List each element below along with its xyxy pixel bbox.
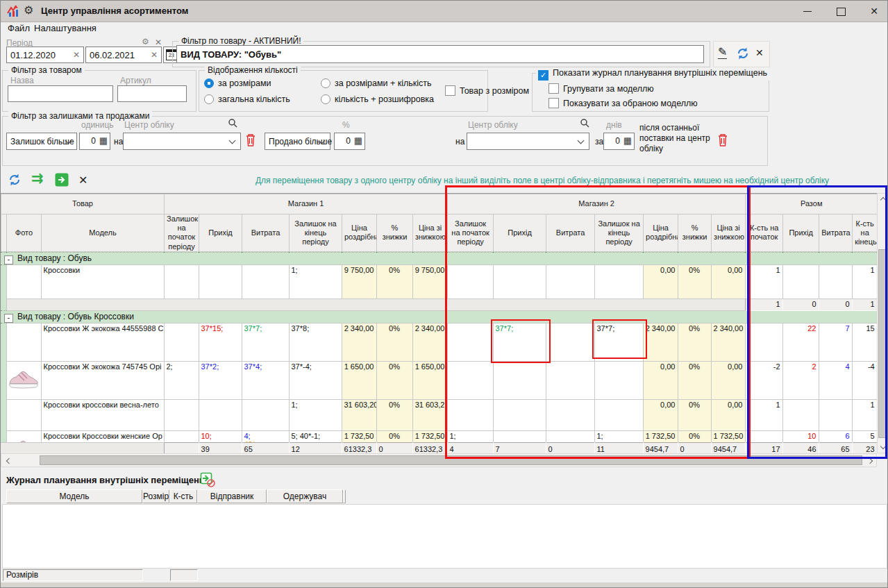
grid-cell[interactable] xyxy=(546,361,594,399)
journal-column-header[interactable]: Розмір xyxy=(142,489,169,503)
column-header[interactable]: Модель xyxy=(42,215,165,252)
product-filter-field[interactable]: ВИД ТОВАРУ: "Обувь" xyxy=(176,45,704,63)
grid-cell[interactable]: 1; xyxy=(594,430,643,442)
grid-cell[interactable] xyxy=(546,264,594,299)
name-input[interactable] xyxy=(8,85,113,102)
grid-cell[interactable]: 4 xyxy=(819,361,852,399)
grid-cell[interactable]: 1 650,00 xyxy=(412,361,447,399)
journal-export-icon[interactable] xyxy=(199,471,216,490)
model-cell[interactable]: Кроссовки Ж экокожа 44555988 С xyxy=(41,323,164,361)
date-from-field[interactable]: 01.12.2020 ✕ xyxy=(6,47,84,63)
grid-cell[interactable]: 5 xyxy=(852,430,877,442)
grid-cell[interactable]: 37*8; xyxy=(289,323,342,361)
model-cell[interactable]: Кроссовки кроссовки весна-лето xyxy=(41,399,164,430)
center1-select[interactable] xyxy=(123,133,241,150)
group-row[interactable]: -Вид товару : Обувь Кроссовки xyxy=(1,310,877,323)
grid-cell[interactable]: 5; 40*-1; xyxy=(289,430,342,442)
grid-cell[interactable] xyxy=(164,323,199,361)
grid-cell[interactable] xyxy=(493,361,546,399)
grid-cell[interactable] xyxy=(493,399,546,430)
grid-cell[interactable]: 0% xyxy=(376,361,412,399)
column-header[interactable]: Прихід xyxy=(494,215,546,252)
grid-cell[interactable] xyxy=(242,399,289,430)
grid-cell[interactable]: 1 xyxy=(852,264,877,299)
grid-cell[interactable]: 0,00 xyxy=(643,264,678,299)
date-to-clear-icon[interactable]: ✕ xyxy=(151,50,158,60)
column-group-header[interactable]: Магазин 2 xyxy=(448,194,746,215)
radio-by-sizes[interactable]: за розмірами xyxy=(204,78,271,88)
column-group-header[interactable]: Товар xyxy=(1,194,165,215)
refresh-filter-icon[interactable] xyxy=(736,47,750,62)
grid-cell[interactable] xyxy=(546,399,594,430)
grid-cell[interactable]: 0,00 xyxy=(643,361,678,399)
period-gear-icon[interactable]: ⚙ xyxy=(142,37,149,47)
collapse-icon[interactable]: - xyxy=(4,314,13,323)
grid-cell[interactable] xyxy=(493,430,546,442)
grid-cell[interactable] xyxy=(745,430,782,442)
search-icon[interactable] xyxy=(228,118,237,130)
grid-cell[interactable]: 2; xyxy=(164,361,199,399)
grid-cell[interactable]: 0% xyxy=(678,323,711,361)
grid-cell[interactable] xyxy=(782,399,819,430)
column-header[interactable]: Фото xyxy=(7,215,42,252)
grid-cell[interactable]: 1 732,50 xyxy=(643,430,678,442)
scroll-up-icon[interactable] xyxy=(878,194,888,204)
group-row[interactable]: -Вид товару : Обувь xyxy=(1,252,877,264)
vertical-scroll-thumb[interactable] xyxy=(878,249,887,438)
grid-cell[interactable]: 37*15; xyxy=(199,323,242,361)
minimize-button[interactable] xyxy=(796,3,819,19)
journal-list-area[interactable] xyxy=(2,504,887,569)
grid-cell[interactable]: 0% xyxy=(678,264,711,299)
grid-cell[interactable] xyxy=(493,264,546,299)
days-input[interactable]: 0 ▦ xyxy=(603,133,635,150)
grid-cell[interactable]: 0% xyxy=(376,264,412,299)
grid-cell[interactable] xyxy=(199,399,242,430)
grid-cell[interactable] xyxy=(819,399,852,430)
grid-cell[interactable]: 0% xyxy=(678,399,711,430)
column-group-header[interactable]: Разом xyxy=(746,194,878,215)
radio-total-quantity[interactable]: загальна кількість xyxy=(204,94,290,104)
grid-cell[interactable]: 0,00 xyxy=(711,264,745,299)
grid-cell[interactable]: 1 xyxy=(745,264,782,299)
column-header[interactable]: % знижки xyxy=(678,215,712,252)
scroll-left-icon[interactable] xyxy=(3,455,13,466)
horizontal-scrollbar[interactable] xyxy=(1,453,877,467)
column-header[interactable]: Ціна роздрібна xyxy=(342,215,377,252)
stock-condition-select[interactable]: Залишок більше xyxy=(6,133,77,150)
search-icon[interactable] xyxy=(580,118,589,130)
grid-cell[interactable] xyxy=(164,430,199,442)
model-cell[interactable]: Кроссовки Кроссовки женские Ор xyxy=(41,430,164,442)
grid-cell[interactable]: 1 xyxy=(745,399,782,430)
grid-cell[interactable]: 15 xyxy=(852,323,877,361)
column-header[interactable]: Залишок на кінець періоду xyxy=(290,215,342,252)
grid-cell[interactable]: 2 340,00 xyxy=(342,323,376,361)
grid-cell[interactable]: 1 732,50 xyxy=(412,430,447,442)
percent-input[interactable]: 0 ▦ xyxy=(334,133,365,150)
grid-cell[interactable]: 7 xyxy=(819,323,852,361)
scroll-down-icon[interactable] xyxy=(878,442,888,453)
grid-cell[interactable]: 0% xyxy=(376,399,412,430)
calculator-icon[interactable]: ▦ xyxy=(623,135,632,146)
trash-icon[interactable] xyxy=(717,133,728,150)
grid-cell[interactable]: 37*2; xyxy=(199,361,242,399)
column-header[interactable]: Залишок на кінець періоду xyxy=(595,215,644,252)
sold-condition-select[interactable]: Продано більше xyxy=(265,133,330,150)
grid-cell[interactable]: 31 603,20 xyxy=(342,399,376,430)
grid-cell[interactable]: 0% xyxy=(678,430,711,442)
grid-cell[interactable] xyxy=(447,399,493,430)
column-header[interactable]: Ціна зі знижкою xyxy=(712,215,746,252)
journal-column-header[interactable]: Модель xyxy=(6,489,142,503)
refresh-grid-icon[interactable] xyxy=(8,173,22,189)
radio-quantity-plus-breakdown[interactable]: кількість + розшифровка xyxy=(321,94,434,104)
column-group-header[interactable]: Магазин 1 xyxy=(165,194,448,215)
grid-cell[interactable] xyxy=(546,323,594,361)
grid-cell[interactable] xyxy=(199,264,242,299)
center2-select[interactable] xyxy=(467,133,589,150)
trash-icon[interactable] xyxy=(245,133,256,150)
journal-column-header[interactable]: Одержувач xyxy=(267,489,343,503)
grid-cell[interactable]: 1 650,00 xyxy=(342,361,376,399)
column-header[interactable]: Ціна роздрібна xyxy=(644,215,678,252)
column-header[interactable]: К-сть на кінець xyxy=(853,215,878,252)
grid-cell[interactable]: 9 750,00 xyxy=(342,264,376,299)
grid-cell[interactable] xyxy=(594,361,643,399)
